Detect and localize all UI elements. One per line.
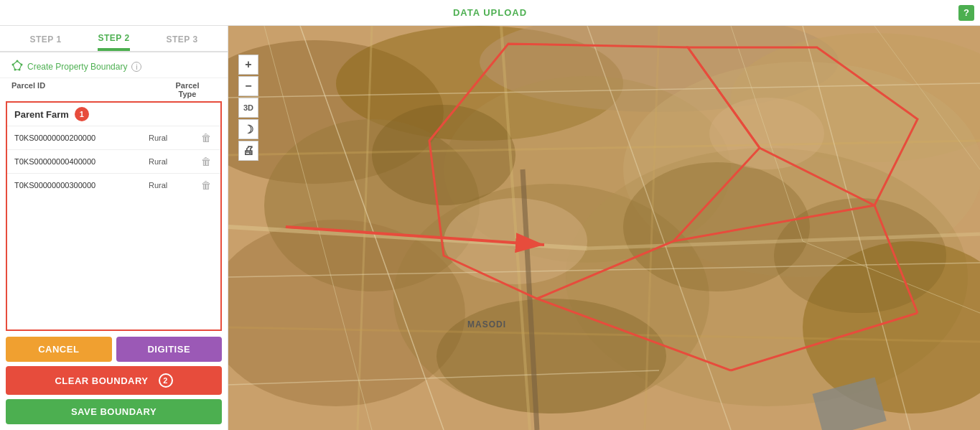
bottom-buttons: CANCEL DIGITISE CLEAR BOUNDARY 2 SAVE BO… <box>0 331 228 430</box>
parent-farm-row: Parent Farm 1 <box>7 103 220 126</box>
boundary-icon <box>11 60 23 73</box>
step-1[interactable]: STEP 1 <box>29 34 61 50</box>
parcel-type-3: Rural <box>149 181 199 190</box>
create-boundary-label: Create Property Boundary <box>27 62 127 72</box>
map-label: MASODI <box>467 319 506 329</box>
svg-point-18 <box>372 105 515 205</box>
info-icon[interactable]: i <box>131 62 141 72</box>
polygon-icon <box>11 60 23 71</box>
col-parcel-type-header: ParcelType <box>159 81 216 98</box>
clear-boundary-button[interactable]: CLEAR BOUNDARY 2 <box>6 366 222 395</box>
svg-marker-5 <box>13 61 22 70</box>
parcel-row: T0KS00000000200000 Rural 🗑 <box>7 126 220 150</box>
svg-point-21 <box>774 198 946 313</box>
parcel-row: T0KS00000000300000 Rural 🗑 <box>7 174 220 197</box>
parcel-row: T0KS00000000400000 Rural 🗑 <box>7 150 220 174</box>
cancel-button[interactable]: CANCEL <box>6 337 112 362</box>
map-controls: + − 3D ☽ 🖨 <box>238 55 258 161</box>
digitise-button[interactable]: DIGITISE <box>116 337 223 362</box>
create-boundary-row: Create Property Boundary i <box>0 52 228 78</box>
clear-boundary-badge: 2 <box>159 373 173 388</box>
delete-icon-2[interactable]: 🗑 <box>199 156 213 167</box>
map-area[interactable]: MASODI + − 3D ☽ 🖨 <box>228 26 980 430</box>
parent-farm-label: Parent Farm <box>14 109 69 120</box>
step-2[interactable]: STEP 2 <box>98 33 129 51</box>
3d-button[interactable]: 3D <box>238 98 258 118</box>
steps-row: STEP 1 STEP 2 STEP 3 <box>0 26 228 52</box>
parcel-type-1: Rural <box>149 134 199 142</box>
parcel-id-3: T0KS00000000300000 <box>14 181 149 190</box>
app-title: DATA UPLOAD <box>453 7 527 18</box>
zoom-out-button[interactable]: − <box>238 76 258 96</box>
main-content: STEP 1 STEP 2 STEP 3 <box>0 26 980 430</box>
btn-row-save: SAVE BOUNDARY <box>6 399 222 424</box>
btn-row-top: CANCEL DIGITISE <box>6 337 222 362</box>
sidebar: STEP 1 STEP 2 STEP 3 <box>0 26 228 430</box>
parcel-type-2: Rural <box>149 157 199 166</box>
parcel-id-2: T0KS00000000400000 <box>14 157 149 166</box>
zoom-in-button[interactable]: + <box>238 55 258 75</box>
delete-icon-1[interactable]: 🗑 <box>199 132 213 144</box>
help-button[interactable]: ? <box>958 5 974 21</box>
btn-row-clear: CLEAR BOUNDARY 2 <box>6 366 222 395</box>
col-parcel-id-header: Parcel ID <box>11 81 159 98</box>
delete-icon-3[interactable]: 🗑 <box>199 179 213 191</box>
parcel-id-1: T0KS00000000200000 <box>14 134 149 142</box>
map-background <box>228 26 980 430</box>
print-button[interactable]: 🖨 <box>238 141 258 161</box>
night-mode-button[interactable]: ☽ <box>238 119 258 139</box>
svg-point-20 <box>437 299 666 413</box>
save-boundary-button[interactable]: SAVE BOUNDARY <box>6 399 222 424</box>
parcel-list: Parent Farm 1 T0KS00000000200000 Rural 🗑… <box>6 101 222 331</box>
top-bar: DATA UPLOAD ? <box>0 0 980 26</box>
parent-farm-badge: 1 <box>75 107 89 121</box>
step-3[interactable]: STEP 3 <box>166 34 197 50</box>
table-header: Parcel ID ParcelType <box>0 78 228 101</box>
clear-boundary-label: CLEAR BOUNDARY <box>55 375 148 386</box>
